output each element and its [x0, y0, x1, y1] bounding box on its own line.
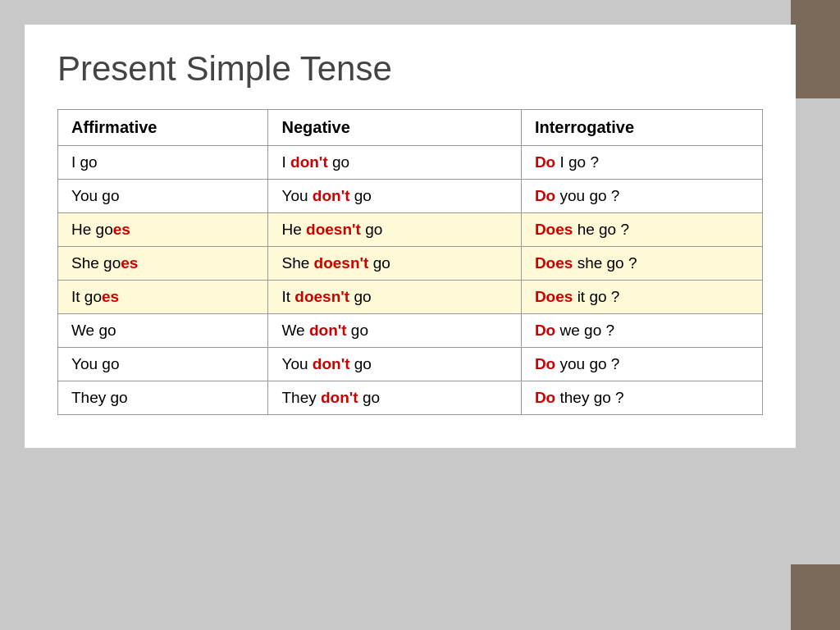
cell-negative: They don't go: [268, 381, 521, 415]
cell-affirmative: We go: [58, 314, 268, 348]
table-row: She goesShe doesn't goDoes she go ?: [58, 247, 763, 281]
cell-affirmative: It goes: [58, 281, 268, 314]
cell-negative: You don't go: [268, 180, 521, 213]
corner-decoration-bottom: [791, 564, 840, 630]
table-header-row: Affirmative Negative Interrogative: [58, 110, 763, 146]
table-row: You goYou don't goDo you go ?: [58, 180, 763, 213]
cell-interrogative: Do you go ?: [521, 348, 762, 381]
cell-interrogative: Do you go ?: [521, 180, 762, 213]
corner-decoration-top: [791, 0, 840, 98]
cell-negative: He doesn't go: [268, 213, 521, 247]
table-row: I goI don't goDo I go ?: [58, 146, 763, 180]
cell-affirmative: I go: [58, 146, 268, 180]
cell-negative: I don't go: [268, 146, 521, 180]
cell-negative: She doesn't go: [268, 247, 521, 281]
header-affirmative: Affirmative: [58, 110, 268, 146]
header-negative: Negative: [268, 110, 521, 146]
table-row: You goYou don't goDo you go ?: [58, 348, 763, 381]
cell-affirmative: She goes: [58, 247, 268, 281]
table-row: It goesIt doesn't goDoes it go ?: [58, 281, 763, 314]
cell-affirmative: You go: [58, 180, 268, 213]
cell-negative: We don't go: [268, 314, 521, 348]
slide-container: Present Simple Tense Affirmative Negativ…: [25, 25, 796, 448]
cell-interrogative: Does it go ?: [521, 281, 762, 314]
table-row: We goWe don't goDo we go ?: [58, 314, 763, 348]
cell-interrogative: Does he go ?: [521, 213, 762, 247]
cell-interrogative: Do they go ?: [521, 381, 762, 415]
cell-interrogative: Do we go ?: [521, 314, 762, 348]
grammar-table: Affirmative Negative Interrogative I goI…: [57, 109, 763, 415]
table-row: They goThey don't goDo they go ?: [58, 381, 763, 415]
cell-interrogative: Does she go ?: [521, 247, 762, 281]
cell-affirmative: You go: [58, 348, 268, 381]
cell-negative: You don't go: [268, 348, 521, 381]
cell-affirmative: He goes: [58, 213, 268, 247]
cell-negative: It doesn't go: [268, 281, 521, 314]
page-title: Present Simple Tense: [57, 49, 763, 89]
cell-interrogative: Do I go ?: [521, 146, 762, 180]
table-row: He goesHe doesn't goDoes he go ?: [58, 213, 763, 247]
cell-affirmative: They go: [58, 381, 268, 415]
header-interrogative: Interrogative: [521, 110, 762, 146]
